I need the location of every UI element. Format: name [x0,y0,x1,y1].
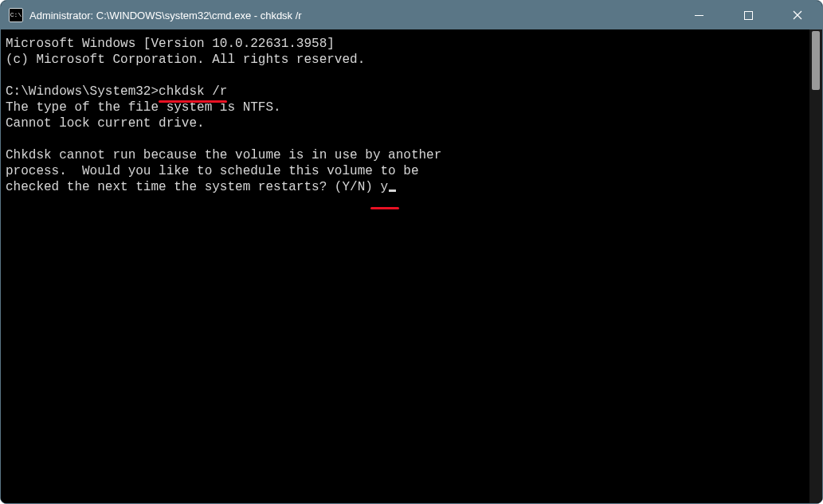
maximize-button[interactable] [723,1,773,29]
close-icon [793,10,802,20]
out-fs-type: The type of the file system is NTFS. [6,100,281,115]
titlebar[interactable]: C:\ Administrator: C:\WINDOWS\system32\c… [1,1,822,29]
window-title: Administrator: C:\WINDOWS\system32\cmd.e… [29,10,302,21]
cmd-window: C:\ Administrator: C:\WINDOWS\system32\c… [0,0,823,504]
terminal-output[interactable]: Microsoft Windows [Version 10.0.22631.39… [1,29,809,503]
line-version: Microsoft Windows [Version 10.0.22631.39… [6,37,335,51]
cmd-app-icon-label: C:\ [10,12,22,18]
maximize-icon [744,11,753,20]
line-copyright: (c) Microsoft Corporation. All rights re… [6,53,365,67]
close-button[interactable] [773,1,822,29]
cmd-app-icon: C:\ [9,8,23,22]
prompt-text: C:\Windows\System32> [6,84,159,99]
annotation-underline-icon [159,100,227,103]
out-schedule-line3-prefix: checked the next time the system restart… [6,180,380,194]
scrollbar-thumb[interactable] [812,31,820,90]
client-area: Microsoft Windows [Version 10.0.22631.39… [1,29,822,503]
out-schedule-line2: process. Would you like to schedule this… [6,164,418,178]
window-buttons [674,1,822,29]
svg-rect-0 [695,15,703,16]
entered-command: chkdsk /r [159,84,227,100]
text-cursor-icon [389,189,396,192]
out-schedule-line1: Chkdsk cannot run because the volume is … [6,148,441,162]
vertical-scrollbar[interactable] [809,29,822,503]
command-text: chkdsk /r [159,84,227,99]
minimize-button[interactable] [674,1,723,29]
out-cannot-lock: Cannot lock current drive. [6,116,205,131]
svg-rect-1 [744,11,752,19]
annotation-underline-icon [370,207,399,209]
user-answer-wrap: y [380,179,396,195]
minimize-icon [695,11,703,20]
user-answer: y [380,180,388,194]
